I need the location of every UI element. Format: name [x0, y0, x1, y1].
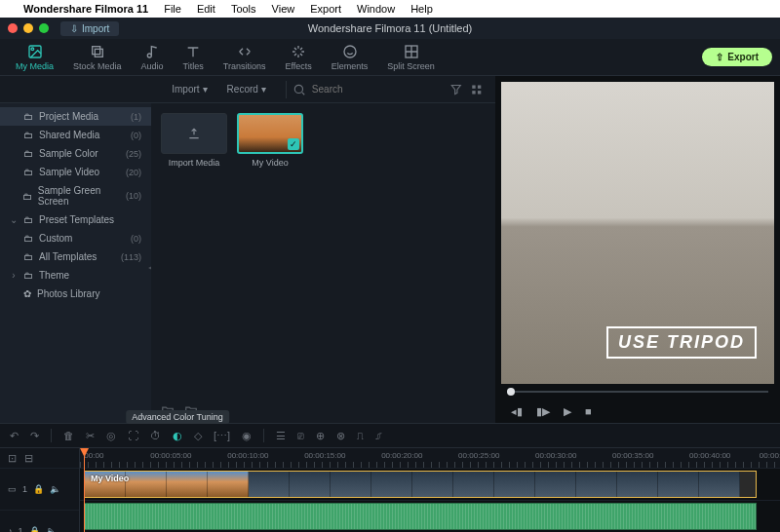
sidebar-item-all-templates[interactable]: 🗀All Templates(113) [0, 247, 151, 266]
scrub-knob[interactable] [507, 388, 515, 396]
crop-button[interactable]: ⛶ [128, 430, 138, 441]
menu-file[interactable]: File [164, 3, 181, 15]
ruler-tick: 00:00:25:00 [458, 451, 499, 460]
redo-button[interactable]: ↷ [30, 430, 39, 442]
search-box[interactable] [286, 81, 442, 98]
video-clip[interactable]: My Video [84, 471, 757, 498]
audio-clip[interactable] [84, 503, 757, 530]
menu-view[interactable]: View [272, 3, 295, 15]
search-input[interactable] [312, 84, 436, 95]
sidebar-item-theme[interactable]: ›🗀Theme [0, 266, 151, 285]
transition-icon [237, 44, 253, 59]
title-overlay: USE TRIPOD [606, 326, 757, 359]
preview-canvas[interactable]: USE TRIPOD [501, 82, 774, 384]
import-media-card[interactable]: Import Media [161, 113, 227, 168]
voice-over-button[interactable]: ⊕ [316, 430, 325, 442]
lock-icon[interactable]: 🔒 [29, 526, 40, 532]
timeline-ruler[interactable]: 00:00 00:00:05:00 00:00:10:00 00:00:15:0… [80, 448, 780, 468]
track-options-button[interactable]: ☰ [276, 430, 286, 442]
video-track[interactable]: My Video [80, 468, 780, 500]
media-body: 🗀Project Media(1) 🗀Shared Media(0) 🗀Samp… [0, 103, 495, 423]
link-icon[interactable]: ⊟ [24, 452, 33, 465]
sidebar-item-sample-green-screen[interactable]: 🗀Sample Green Screen(10) [0, 181, 151, 210]
keyframe-button[interactable]: ◇ [194, 430, 202, 442]
tab-split-screen[interactable]: Split Screen [379, 42, 443, 73]
sidebar-item-custom[interactable]: 🗀Custom(0) [0, 229, 151, 247]
svg-rect-9 [478, 85, 481, 88]
delete-button[interactable]: 🗑 [63, 430, 74, 441]
chevron-down-icon: ▾ [261, 84, 266, 95]
audio-stretch-button[interactable]: ⎎ [375, 430, 382, 441]
detach-audio-button[interactable]: [⋯] [214, 430, 230, 442]
timeline-tracks-area[interactable]: 00:00 00:00:05:00 00:00:10:00 00:00:15:0… [80, 448, 780, 532]
collapse-icon[interactable]: ⊡ [8, 452, 17, 465]
lock-icon[interactable]: 🔒 [33, 484, 44, 494]
sidebar-item-preset-templates[interactable]: ⌄🗀Preset Templates [0, 210, 151, 229]
playhead[interactable] [84, 448, 85, 532]
sidebar-item-sample-video[interactable]: 🗀Sample Video(20) [0, 163, 151, 181]
step-back-button[interactable]: ▮▶ [536, 405, 550, 418]
tab-effects[interactable]: Effects [277, 42, 319, 73]
prev-frame-button[interactable]: ◂▮ [511, 405, 523, 418]
window-titlebar: ⇩ Import Wondershare Filmora 11 (Untitle… [0, 18, 780, 39]
marker-button[interactable]: ◎ [106, 430, 116, 442]
video-track-header[interactable]: ▭ 1 🔒 🔈 [0, 468, 79, 510]
menu-window[interactable]: Window [357, 3, 395, 15]
svg-rect-8 [473, 85, 476, 88]
search-icon [292, 83, 306, 96]
sidebar-label: All Templates [39, 251, 97, 262]
zoom-window-button[interactable] [39, 23, 49, 33]
svg-point-7 [294, 85, 302, 93]
folder-icon: 🗀 [22, 191, 32, 202]
speed-button[interactable]: ⏱ [150, 430, 161, 441]
app-name[interactable]: Wondershare Filmora 11 [23, 3, 148, 15]
stop-button[interactable]: ■ [585, 405, 592, 417]
audio-sync-button[interactable]: ⎍ [357, 430, 364, 441]
tab-titles[interactable]: Titles [176, 42, 212, 73]
menu-help[interactable]: Help [410, 3, 433, 15]
play-button[interactable]: ▶ [564, 405, 571, 418]
import-button[interactable]: ⇩ Import [60, 21, 119, 36]
image-icon [27, 44, 43, 59]
sidebar-item-project-media[interactable]: 🗀Project Media(1) [0, 107, 151, 126]
tab-my-media[interactable]: My Media [8, 42, 61, 73]
tab-transitions[interactable]: Transitions [215, 42, 274, 73]
media-content-grid: Import Media My Video [151, 103, 495, 423]
menu-edit[interactable]: Edit [197, 3, 215, 15]
sidebar-label: Shared Media [39, 130, 99, 140]
undo-button[interactable]: ↶ [10, 430, 19, 442]
audio-ducking-button[interactable]: ⊗ [336, 430, 345, 442]
mixer-button[interactable]: ⎚ [297, 430, 304, 441]
mute-icon[interactable]: 🔈 [46, 526, 57, 532]
tab-audio[interactable]: Audio [134, 42, 172, 73]
folder-icon: 🗀 [23, 251, 33, 262]
ruler-tick: 00:00:05:00 [150, 451, 191, 460]
mute-icon[interactable]: 🔈 [50, 484, 60, 494]
text-icon [185, 44, 201, 59]
item-count: (25) [126, 149, 141, 159]
minimize-window-button[interactable] [23, 23, 33, 33]
import-dropdown[interactable]: Import▾ [166, 82, 213, 96]
sidebar-item-photos-library[interactable]: ✿Photos Library [0, 285, 151, 303]
preview-scrub-bar[interactable] [501, 384, 774, 399]
audio-track-header[interactable]: ♪ 1 🔒 🔈 [0, 510, 79, 532]
close-window-button[interactable] [8, 23, 18, 33]
tab-elements[interactable]: Elements [324, 42, 376, 73]
track-number: 1 [22, 484, 27, 494]
record-dropdown[interactable]: Record▾ [221, 82, 272, 96]
color-tuning-button[interactable]: ◐Advanced Color Tuning [173, 430, 182, 442]
media-card-my-video[interactable]: My Video [237, 113, 303, 168]
export-button[interactable]: ⇧ Export [702, 48, 772, 66]
menu-export[interactable]: Export [310, 3, 341, 15]
macos-menubar: Wondershare Filmora 11 File Edit Tools V… [0, 0, 780, 18]
grid-view-icon[interactable] [470, 83, 484, 96]
tab-stock-media[interactable]: Stock Media [65, 42, 130, 73]
green-screen-button[interactable]: ◉ [242, 430, 252, 442]
split-button[interactable]: ✂ [86, 430, 95, 442]
sidebar-item-sample-color[interactable]: 🗀Sample Color(25) [0, 144, 151, 163]
filter-icon[interactable] [449, 83, 463, 96]
menu-tools[interactable]: Tools [231, 3, 256, 15]
audio-track[interactable] [80, 500, 780, 532]
import-button-label: Import [82, 23, 109, 34]
sidebar-item-shared-media[interactable]: 🗀Shared Media(0) [0, 126, 151, 144]
